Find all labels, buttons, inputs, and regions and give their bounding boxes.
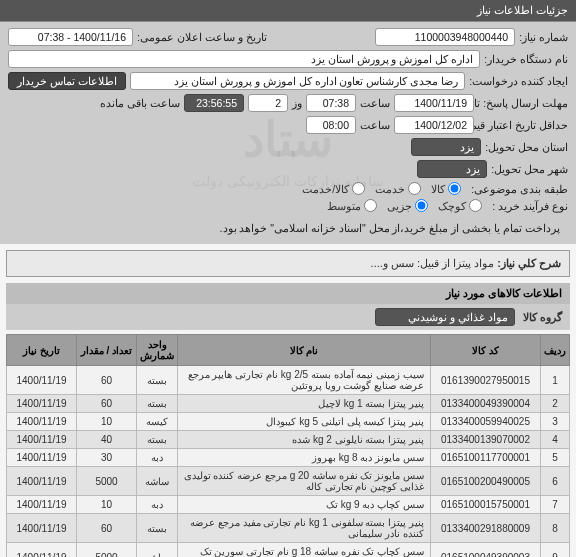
group-label: گروه کالا <box>523 311 562 323</box>
remaining-label: ساعت باقی مانده <box>100 97 180 109</box>
cell-date: 1400/11/19 <box>7 449 77 467</box>
buyer-value: اداره کل اموزش و پرورش استان یزد <box>8 50 480 68</box>
validity-date: 1400/12/02 <box>394 116 474 134</box>
buy-small-radio[interactable]: کوچک <box>438 199 482 212</box>
cell-name: پنیر پیتزا بسته نایلونی 2 kg شده <box>178 431 431 449</box>
cell-code: 0133400049390004 <box>431 395 541 413</box>
cell-unit: بسته <box>137 514 178 543</box>
cell-code: 0165100015750001 <box>431 496 541 514</box>
table-row: 40133400139070002پنیر پیتزا بسته نایلونی… <box>7 431 570 449</box>
cell-row: 2 <box>541 395 570 413</box>
buy-process-label: نوع فرآیند خرید : <box>492 200 568 212</box>
cell-unit: بسته <box>137 395 178 413</box>
table-row: 50165100117700001سس مایونز دبه 8 kg بهرو… <box>7 449 570 467</box>
contact-buyer-button[interactable]: اطلاعات تماس خریدار <box>8 72 126 90</box>
table-row: 10161390027950015سیب زمینی نیمه آماده بس… <box>7 366 570 395</box>
table-row: 70165100015750001سس کچاپ دبه 9 kg تکدبه1… <box>7 496 570 514</box>
cell-row: 5 <box>541 449 570 467</box>
cell-row: 6 <box>541 467 570 496</box>
cell-name: پنیر پیتزا بسته سلفونی 1 kg نام تجارتی م… <box>178 514 431 543</box>
cell-row: 9 <box>541 543 570 558</box>
validity-label: حداقل تاریخ اعتبار قیمت تا تاریخ: <box>478 119 568 131</box>
cell-name: سیب زمینی نیمه آماده بسته 2/5 kg نام تجا… <box>178 366 431 395</box>
table-row: 90165100049390003سس کچاپ تک نفره ساشه 18… <box>7 543 570 558</box>
city-label: شهر محل تحویل: <box>491 163 568 175</box>
vaz-value: 2 <box>248 94 288 112</box>
cell-date: 1400/11/19 <box>7 413 77 431</box>
cell-date: 1400/11/19 <box>7 395 77 413</box>
cell-code: 0133400139070002 <box>431 431 541 449</box>
group-row: گروه کالا مواد غذائي و نوشيدني <box>6 304 570 330</box>
cell-qty: 10 <box>77 413 137 431</box>
cell-row: 7 <box>541 496 570 514</box>
public-datetime-label: تاریخ و ساعت اعلان عمومی: <box>137 31 267 43</box>
cell-qty: 40 <box>77 431 137 449</box>
cell-date: 1400/11/19 <box>7 431 77 449</box>
cell-name: سس مایونز تک نفره ساشه 20 g مرجع عرضه کن… <box>178 467 431 496</box>
province-label: استان محل تحویل: <box>485 141 568 153</box>
topic-kala-radio[interactable]: کالا <box>431 182 461 195</box>
need-number-label: شماره نیاز: <box>519 31 568 43</box>
cell-date: 1400/11/19 <box>7 496 77 514</box>
public-datetime-value: 1400/11/16 - 07:38 <box>8 28 133 46</box>
col-code: کد کالا <box>431 335 541 366</box>
items-header: اطلاعات کالاهای مورد نیاز <box>6 283 570 304</box>
cell-row: 4 <box>541 431 570 449</box>
cell-unit: ساشه <box>137 543 178 558</box>
deadline-date: 1400/11/19 <box>394 94 474 112</box>
cell-date: 1400/11/19 <box>7 543 77 558</box>
table-row: 80133400291880009پنیر پیتزا بسته سلفونی … <box>7 514 570 543</box>
cell-unit: کیسه <box>137 413 178 431</box>
cell-row: 1 <box>541 366 570 395</box>
cell-code: 0133400059940025 <box>431 413 541 431</box>
col-row: ردیف <box>541 335 570 366</box>
cell-row: 8 <box>541 514 570 543</box>
need-number-value: 1100003948000440 <box>375 28 515 46</box>
cell-code: 0133400291880009 <box>431 514 541 543</box>
province-value: یزد <box>411 138 481 156</box>
cell-code: 0161390027950015 <box>431 366 541 395</box>
cell-qty: 60 <box>77 395 137 413</box>
topic-both-radio[interactable]: کالا/خدمت <box>302 182 365 195</box>
cell-name: سس مایونز دبه 8 kg بهروز <box>178 449 431 467</box>
deadline-time: 07:38 <box>306 94 356 112</box>
cell-date: 1400/11/19 <box>7 514 77 543</box>
table-row: 20133400049390004پنیر پیتزا بسته 1 kg لا… <box>7 395 570 413</box>
cell-row: 3 <box>541 413 570 431</box>
description-box: شرح کلي نياز: مواد پیتزا از قبیل: سس و..… <box>6 250 570 277</box>
payment-note: پرداخت تمام یا بخشی از مبلغ خرید،از محل … <box>220 222 560 234</box>
col-name: نام کالا <box>178 335 431 366</box>
buy-medium-radio[interactable]: متوسط <box>327 199 377 212</box>
col-unit: واحد شمارش <box>137 335 178 366</box>
cell-name: پنیر پیتزا بسته 1 kg لاچیل <box>178 395 431 413</box>
group-value: مواد غذائي و نوشيدني <box>375 308 515 326</box>
cell-qty: 5000 <box>77 467 137 496</box>
cell-qty: 10 <box>77 496 137 514</box>
cell-code: 0165100049390003 <box>431 543 541 558</box>
cell-qty: 5000 <box>77 543 137 558</box>
validity-time-label: ساعت <box>360 119 390 131</box>
form-area: ستاد سامانه تدارکات الکترونیکی دولت شمار… <box>0 22 576 244</box>
vaz-label: وز <box>292 97 302 109</box>
deadline-time-label: ساعت <box>360 97 390 109</box>
cell-name: سس کچاپ دبه 9 kg تک <box>178 496 431 514</box>
deadline-label: مهلت ارسال پاسخ: تا تاریخ: <box>478 97 568 109</box>
topic-class-label: طبقه بندی موضوعی: <box>471 183 568 195</box>
cell-unit: دبه <box>137 496 178 514</box>
cell-unit: بسته <box>137 366 178 395</box>
cell-name: سس کچاپ تک نفره ساشه 18 g نام تجارتی سور… <box>178 543 431 558</box>
topic-khadmat-radio[interactable]: خدمت <box>375 182 421 195</box>
requester-value: رضا مجدی کارشناس تعاون اداره کل اموزش و … <box>130 72 465 90</box>
cell-unit: دبه <box>137 449 178 467</box>
col-date: تاریخ نیاز <box>7 335 77 366</box>
panel-title: جزئیات اطلاعات نیاز <box>0 0 576 22</box>
desc-text: مواد پیتزا از قبیل: سس و.... <box>371 257 495 269</box>
buy-partial-radio[interactable]: جزیی <box>387 199 428 212</box>
cell-date: 1400/11/19 <box>7 467 77 496</box>
validity-time: 08:00 <box>306 116 356 134</box>
cell-unit: ساشه <box>137 467 178 496</box>
cell-qty: 60 <box>77 366 137 395</box>
remaining-time: 23:56:55 <box>184 94 244 112</box>
cell-unit: بسته <box>137 431 178 449</box>
cell-qty: 30 <box>77 449 137 467</box>
